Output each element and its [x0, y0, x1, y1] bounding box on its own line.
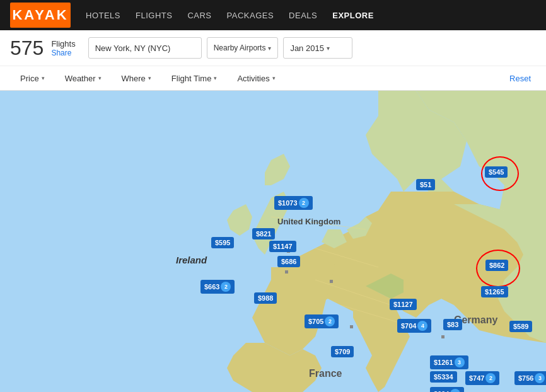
city-dot-frankfurt — [441, 335, 444, 338]
city-dot-amsterdam — [330, 280, 333, 283]
where-filter-label: Where — [122, 74, 146, 83]
map-container: Bay of Biscay Ireland United Kingdom Ger… — [0, 91, 546, 392]
price-filter-label: Price — [20, 74, 39, 83]
price-marker-1147[interactable]: $1147 — [269, 241, 296, 252]
price-filter-button[interactable]: Price ▾ — [10, 66, 55, 91]
nearby-airports-button[interactable]: Nearby Airports ▾ — [207, 37, 279, 59]
kayak-logo[interactable]: KAYAK — [10, 3, 71, 28]
flight-time-filter-button[interactable]: Flight Time ▾ — [161, 66, 228, 91]
activities-filter-button[interactable]: Activities ▾ — [227, 66, 285, 91]
weather-filter-button[interactable]: Weather ▾ — [55, 66, 112, 91]
share-link[interactable]: Share — [51, 49, 75, 57]
price-marker-5334[interactable]: $5334 — [430, 371, 457, 383]
date-chevron: ▾ — [327, 45, 330, 52]
flight-time-chevron: ▾ — [214, 75, 217, 81]
price-marker-704[interactable]: $704 4 — [397, 319, 431, 333]
where-filter-button[interactable]: Where ▾ — [112, 66, 161, 91]
origin-input[interactable] — [88, 37, 202, 59]
nav-packages[interactable]: PACKAGES — [227, 11, 274, 20]
price-marker-663[interactable]: $663 2 — [200, 280, 235, 294]
activities-filter-label: Activities — [237, 74, 269, 83]
flights-label: Flights — [51, 39, 75, 49]
flights-label-box: Flights Share — [51, 39, 75, 57]
date-label: Jan 2015 — [290, 43, 324, 53]
filter-bar: Price ▾ Weather ▾ Where ▾ Flight Time ▾ … — [0, 66, 546, 91]
activities-chevron: ▾ — [272, 75, 276, 81]
price-marker-595[interactable]: $595 — [211, 237, 234, 248]
price-marker-694[interactable]: $694 3 — [430, 387, 464, 392]
price-marker-756[interactable]: $756 3 — [514, 371, 546, 385]
nav-explore[interactable]: EXPLORE — [332, 11, 374, 20]
price-marker-862[interactable]: $862 — [485, 260, 508, 271]
price-marker-709[interactable]: $709 — [331, 346, 354, 357]
where-chevron: ▾ — [148, 75, 151, 81]
nav-cars[interactable]: CARS — [187, 11, 211, 20]
weather-chevron: ▾ — [98, 75, 102, 81]
price-marker-821[interactable]: $821 — [252, 228, 275, 239]
nav-flights[interactable]: FLIGHTS — [136, 11, 172, 20]
nav-deals[interactable]: DEALS — [289, 11, 317, 20]
city-dot-brussels — [350, 325, 353, 328]
price-marker-1073[interactable]: $1073 2 — [274, 196, 313, 210]
price-marker-545[interactable]: $545 — [485, 166, 508, 178]
price-marker-83[interactable]: $83 — [443, 319, 462, 330]
price-chevron: ▾ — [42, 75, 45, 81]
price-marker-1261[interactable]: $1261 3 — [430, 355, 468, 369]
price-marker-747[interactable]: $747 2 — [465, 371, 499, 385]
nearby-airports-chevron: ▾ — [268, 45, 271, 52]
price-marker-686[interactable]: $686 — [277, 256, 300, 267]
city-dot-sheffield — [285, 270, 288, 274]
flight-count: 575 — [10, 37, 44, 60]
nav-hotels[interactable]: HOTELS — [86, 11, 120, 20]
reset-button[interactable]: Reset — [504, 74, 536, 83]
price-marker-988[interactable]: $988 — [254, 292, 277, 304]
date-button[interactable]: Jan 2015 ▾ — [283, 37, 352, 59]
logo-text: KAYAK — [12, 7, 68, 23]
price-marker-1265[interactable]: $1265 — [481, 286, 508, 297]
weather-filter-label: Weather — [65, 74, 96, 83]
price-marker-51[interactable]: $51 — [416, 179, 435, 190]
price-marker-1127[interactable]: $1127 — [390, 299, 417, 310]
nearby-airports-label: Nearby Airports — [214, 43, 266, 52]
search-bar: 575 Flights Share Nearby Airports ▾ Jan … — [0, 30, 546, 66]
price-marker-705[interactable]: $705 2 — [305, 314, 339, 328]
header: KAYAK HOTELS FLIGHTS CARS PACKAGES DEALS… — [0, 0, 546, 30]
price-marker-589[interactable]: $589 — [509, 321, 532, 332]
flight-time-filter-label: Flight Time — [171, 74, 212, 83]
